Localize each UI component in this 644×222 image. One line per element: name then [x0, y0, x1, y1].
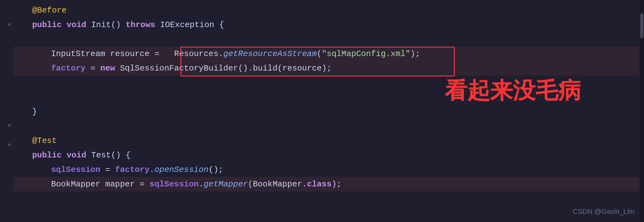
chinese-annotation: 看起来没毛病: [445, 76, 581, 106]
scrollbar-thumb[interactable]: [640, 13, 643, 38]
annotation-test: @Test: [32, 136, 57, 145]
fold-icon-3[interactable]: ⊖: [6, 142, 13, 148]
watermark: CSDN @Gavin_Lim: [573, 208, 635, 216]
line-bookmapper: BookMapper mapper = sqlSession.getMapper…: [13, 177, 644, 191]
annotation-before: @Before: [32, 6, 67, 15]
scrollbar-track[interactable]: [640, 0, 644, 222]
code-editor: ⊖ ⊖ ⊖ @Before public void Init() throws …: [0, 0, 644, 222]
fold-icon-1[interactable]: ⊖: [6, 21, 13, 28]
line-empty-4: [13, 119, 644, 134]
line-test-decl: public void Test() {: [13, 148, 644, 162]
code-area: @Before public void Init() throws IOExce…: [13, 0, 644, 222]
gutter: ⊖ ⊖ ⊖: [0, 0, 13, 222]
line-sqlsession: sqlSession = factory.openSession();: [13, 162, 644, 177]
fold-icon-2[interactable]: ⊖: [6, 122, 13, 128]
line-empty-1: [13, 32, 644, 47]
line-before-annotation: @Before: [13, 3, 644, 18]
line-inputstream: InputStream resource = Resources.getReso…: [13, 47, 644, 61]
line-close-init: }: [13, 105, 644, 119]
line-init-decl: public void Init() throws IOException {: [13, 18, 644, 32]
line-factory: factory = new SqlSessionFactoryBuilder()…: [13, 61, 644, 76]
line-test-annotation: @Test: [13, 134, 644, 148]
